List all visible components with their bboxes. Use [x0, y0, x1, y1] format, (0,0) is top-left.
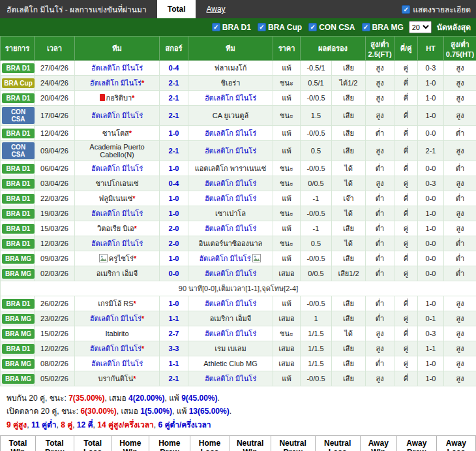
- team-name[interactable]: ฮัตเลติโก มิไนโร่: [90, 315, 141, 322]
- over-under-ht: ต่ำ: [444, 236, 476, 251]
- league-badge: BRA D1: [2, 239, 35, 249]
- checkbox-checked-icon[interactable]: ✓: [308, 23, 317, 31]
- team-cell: ฟลูมิเนนเซ่*: [75, 191, 160, 206]
- odd-even: คู่: [394, 236, 418, 251]
- match-result: เสมอ: [273, 311, 301, 326]
- team-name[interactable]: ฮัตเลติโก มิไนโร่: [91, 240, 143, 247]
- stats-table: Total WinTotal DrawTotal LossHome WinHom…: [0, 435, 476, 451]
- favorite-star: *: [141, 79, 144, 87]
- team-name[interactable]: ฮัตเลติโก มิไนโร่: [205, 270, 256, 277]
- match-score: 2-7: [160, 326, 188, 341]
- team-name[interactable]: ฮัตเลติโก มิไนโร่: [90, 79, 141, 87]
- odd-even: คู่: [394, 221, 418, 236]
- match-score: 2-1: [160, 76, 188, 91]
- team-logo-image: [99, 254, 108, 264]
- checkbox-checked-icon[interactable]: ✓: [402, 5, 410, 14]
- team-name[interactable]: ฮัตเลติโก มิไนโร่: [205, 129, 256, 137]
- team-name[interactable]: ฮัตเลติโก มิไนโร่: [205, 225, 256, 232]
- over-under-ft: ต่ำ: [366, 236, 394, 251]
- team-cell: ฮัตเลติโก มิไนโร่: [188, 326, 273, 341]
- league-badge: BRA MG: [2, 359, 35, 369]
- match-row: BRA D112/02/26ฮัตเลติโก มิไนโร่*3-3เรม เ…: [1, 341, 476, 356]
- match-date: 27/04/26: [35, 61, 75, 76]
- stats-col-header: Neutral Win: [230, 436, 271, 451]
- checkbox-checked-icon[interactable]: ✓: [362, 23, 370, 31]
- over-under-ht: สูง: [444, 176, 476, 191]
- match-result: แพ้: [273, 191, 301, 206]
- match-row: BRA D115/03/26วิตอเรีย บิเอ*2-0ฮัตเลติโก…: [1, 221, 476, 236]
- match-date: 03/04/26: [35, 176, 75, 191]
- league-filter-con-csa[interactable]: ✓CON CSA: [308, 23, 355, 32]
- summary-segment: 6(30.00%): [80, 407, 116, 416]
- league-filter-bra-mg[interactable]: ✓BRA MG: [362, 23, 404, 32]
- team-cell: ฮัตเลติโก มิไนโร่: [188, 191, 273, 206]
- match-count-select[interactable]: 20: [409, 21, 432, 33]
- league-badge: BRA MG: [2, 329, 35, 339]
- league-cell: BRA D1: [1, 176, 35, 191]
- team-cell: ฮัตเลติโก มิไนโร่: [188, 176, 273, 191]
- team-name[interactable]: ฮัตเลติโก มิไนโร่: [205, 375, 256, 382]
- team-cell: ฮัตเลติโก มิไนโร่: [188, 221, 273, 236]
- halftime-score: 1-0: [418, 356, 444, 371]
- match-row: BRA D112/04/26ซานโตส*1-0ฮัตเลติโก มิไนโร…: [1, 126, 476, 141]
- team-name[interactable]: ฮัตเลติโก มิไนโร่: [90, 345, 141, 352]
- over-under-ht: สูง: [444, 91, 476, 106]
- team-name: ซานโตส: [102, 129, 129, 137]
- odd-even: คี่: [394, 106, 418, 126]
- league-badge: BRA D1: [2, 224, 35, 234]
- league-badge: BRA Cup: [2, 78, 35, 88]
- match-date: 17/04/26: [35, 106, 75, 126]
- odd-even: คู่: [394, 176, 418, 191]
- stats-col-header: Home Win: [112, 436, 149, 451]
- match-score: 1-1: [160, 356, 188, 371]
- halftime-score: 1-0: [418, 76, 444, 91]
- tab-away[interactable]: Away: [196, 0, 235, 18]
- team-name[interactable]: ฮัตเลติโก มิไนโร่: [199, 255, 250, 262]
- league-cell: BRA MG: [1, 371, 35, 386]
- match-date: 22/03/26: [35, 191, 75, 206]
- team-name[interactable]: ฮัตเลติโก มิไนโร่: [205, 300, 256, 307]
- team-name[interactable]: ฮัตเลติโก มิไนโร่: [91, 164, 143, 172]
- tab-total[interactable]: Total: [157, 0, 196, 18]
- handicap-line: 0.5/1: [301, 76, 332, 91]
- summary-segment: , เสมอ: [117, 407, 141, 416]
- match-result: ชนะ: [273, 206, 301, 221]
- over-under-ft: ต่ำ: [366, 161, 394, 176]
- checkbox-checked-icon[interactable]: ✓: [212, 23, 220, 31]
- halftime-score: 0-3: [418, 176, 444, 191]
- team-name[interactable]: ฮัตเลติโก มิไนโร่: [91, 360, 143, 367]
- match-score: 1-0: [160, 126, 188, 141]
- team-name[interactable]: ฮัตเลติโก มิไนโร่: [205, 94, 256, 102]
- handicap-line: 0.5: [301, 236, 332, 251]
- team-name[interactable]: ฮัตเลติโก มิไนโร่: [205, 179, 256, 187]
- results-table: รายการเวลาทีมสกอร์ทีมราคาผลต่อรองสูง/ต่ำ…: [0, 36, 476, 386]
- show-details-toggle[interactable]: ✓ แสดงรายละเอียด: [402, 3, 476, 16]
- team-name: กอริติบา: [106, 94, 132, 102]
- team-name[interactable]: ฮัตเลติโก มิไนโร่: [91, 112, 143, 119]
- column-header: เวลา: [35, 37, 75, 61]
- checkbox-checked-icon[interactable]: ✓: [258, 23, 266, 31]
- league-filter-bra-cup[interactable]: ✓BRA Cup: [258, 23, 302, 32]
- match-row: BRA MG08/02/26ฮัตเลติโก มิไนโร่1-1Athlet…: [1, 356, 476, 371]
- match-score: 2-1: [160, 141, 188, 161]
- team-name[interactable]: ฮัตเลติโก มิไนโร่: [205, 147, 256, 155]
- over-under-ht: สูง: [444, 296, 476, 311]
- team-name[interactable]: ฮัตเลติโก มิไนโร่: [91, 210, 143, 217]
- match-score: 2-0: [160, 236, 188, 251]
- team-cell: ครูไซโร่*: [75, 251, 160, 266]
- league-filter-bra-d1[interactable]: ✓BRA D1: [212, 23, 251, 32]
- summary-segment: 6 คู่ต่ำ/ครึ่งเวลา: [158, 420, 211, 429]
- team-name[interactable]: ฮัตเลติโก มิไนโร่: [205, 194, 256, 202]
- team-cell: ฮัตเลติโก มิไนโร่: [188, 91, 273, 106]
- league-filter-label: BRA Cup: [268, 23, 302, 32]
- team-name[interactable]: ฮัตเลติโก มิไนโร่: [205, 330, 256, 337]
- over-under-ft: ต่ำ: [366, 206, 394, 221]
- team-cell: เกรมิโอ้ RS*: [75, 296, 160, 311]
- team-cell: ฮัตเลติโก มิไนโร่: [188, 141, 273, 161]
- summary-segment: 12 คี่: [77, 420, 93, 429]
- team-name: ฟลูมิเนนเซ่: [98, 194, 132, 202]
- team-name[interactable]: ฮัตเลติโก มิไนโร่: [91, 64, 143, 72]
- match-result: ชนะ: [273, 176, 301, 191]
- handicap-result: เสีย: [332, 356, 366, 371]
- match-score: 0-4: [160, 61, 188, 76]
